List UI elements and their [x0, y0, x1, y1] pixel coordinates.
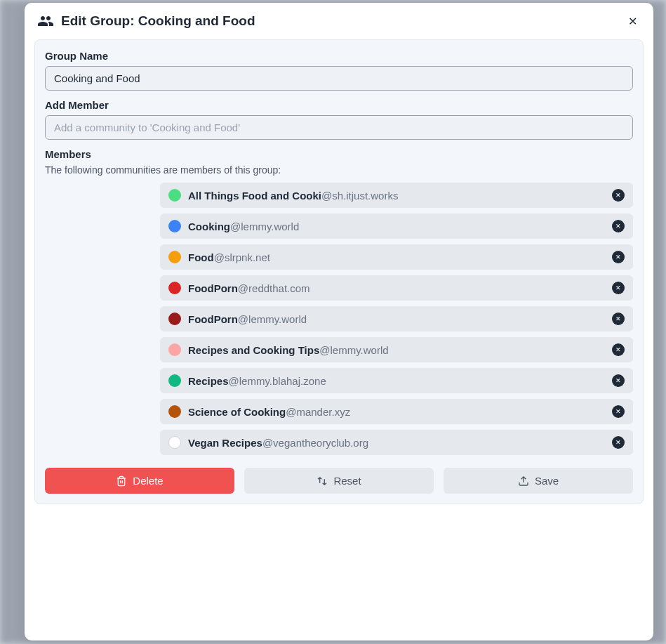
member-label: Recipes and Cooking Tips@lemmy.world	[188, 344, 605, 356]
member-row: Cooking@lemmy.world✕	[160, 213, 633, 239]
member-label: Vegan Recipes@vegantheoryclub.org	[188, 437, 605, 449]
upload-icon	[518, 475, 529, 487]
member-name: Food	[188, 251, 214, 263]
member-name: FoodPorn	[188, 313, 238, 325]
remove-member-button[interactable]: ✕	[612, 220, 625, 232]
remove-member-button[interactable]: ✕	[612, 251, 625, 263]
member-name: FoodPorn	[188, 282, 238, 294]
member-name: Science of Cooking	[188, 406, 286, 418]
add-member-input[interactable]	[45, 115, 633, 140]
remove-icon: ✕	[615, 377, 621, 384]
remove-icon: ✕	[615, 315, 621, 322]
member-row: FoodPorn@lemmy.world✕	[160, 306, 633, 331]
remove-icon: ✕	[615, 223, 621, 230]
member-row: FoodPorn@reddthat.com✕	[160, 275, 633, 301]
remove-member-button[interactable]: ✕	[612, 313, 625, 325]
member-label: Science of Cooking@mander.xyz	[188, 406, 605, 418]
member-instance: @slrpnk.net	[214, 251, 270, 263]
member-label: Cooking@lemmy.world	[188, 221, 605, 232]
save-button[interactable]: Save	[444, 468, 633, 494]
member-label: Recipes@lemmy.blahaj.zone	[188, 375, 605, 387]
remove-icon: ✕	[615, 439, 621, 446]
members-helper: The following communities are members of…	[45, 164, 633, 176]
community-avatar	[168, 189, 181, 202]
member-label: Food@slrpnk.net	[188, 251, 605, 263]
reset-icon	[317, 475, 328, 487]
close-button[interactable]: ✕	[624, 13, 641, 29]
member-label: All Things Food and Cooki@sh.itjust.work…	[188, 190, 605, 202]
action-row: Delete Reset Save	[45, 468, 633, 494]
delete-button[interactable]: Delete	[45, 468, 234, 494]
member-instance: @vegantheoryclub.org	[262, 437, 368, 449]
member-instance: @lemmy.world	[238, 313, 307, 325]
community-avatar	[168, 282, 181, 294]
member-row: Recipes@lemmy.blahaj.zone✕	[160, 368, 633, 393]
member-name: Recipes and Cooking Tips	[188, 344, 319, 356]
remove-member-button[interactable]: ✕	[612, 343, 625, 356]
member-row: Recipes and Cooking Tips@lemmy.world✕	[160, 337, 633, 362]
member-instance: @reddthat.com	[238, 282, 310, 294]
member-row: Science of Cooking@mander.xyz✕	[160, 399, 633, 424]
community-avatar	[168, 343, 181, 356]
member-label: FoodPorn@lemmy.world	[188, 313, 605, 325]
member-row: Food@slrpnk.net✕	[160, 244, 633, 270]
community-avatar	[168, 405, 181, 418]
reset-button[interactable]: Reset	[244, 468, 434, 494]
community-avatar	[168, 374, 181, 387]
remove-member-button[interactable]: ✕	[612, 282, 625, 294]
member-instance: @sh.itjust.works	[321, 190, 398, 202]
modal-header: Edit Group: Cooking and Food ✕	[25, 3, 653, 39]
community-avatar	[168, 313, 181, 325]
member-label: FoodPorn@reddthat.com	[188, 282, 605, 294]
group-name-label: Group Name	[45, 50, 633, 62]
group-icon	[37, 13, 54, 29]
add-member-label: Add Member	[45, 99, 633, 111]
community-avatar	[168, 436, 181, 449]
modal-body: Group Name Add Member Members The follow…	[34, 39, 644, 504]
reset-label: Reset	[333, 475, 361, 487]
member-name: Recipes	[188, 375, 229, 387]
member-instance: @lemmy.world	[319, 344, 388, 356]
remove-member-button[interactable]: ✕	[612, 405, 625, 418]
member-name: All Things Food and Cooki	[188, 190, 321, 202]
group-name-input[interactable]	[45, 66, 633, 91]
trash-icon	[116, 475, 127, 487]
remove-icon: ✕	[615, 254, 621, 261]
member-row: Vegan Recipes@vegantheoryclub.org✕	[160, 430, 633, 455]
delete-label: Delete	[133, 475, 163, 487]
member-name: Cooking	[188, 221, 230, 232]
members-label: Members	[45, 148, 633, 160]
remove-member-button[interactable]: ✕	[612, 189, 625, 202]
member-name: Vegan Recipes	[188, 437, 262, 449]
modal-title: Edit Group: Cooking and Food	[61, 13, 617, 29]
member-row: All Things Food and Cooki@sh.itjust.work…	[160, 183, 633, 208]
remove-member-button[interactable]: ✕	[612, 436, 625, 449]
community-avatar	[168, 251, 181, 263]
close-icon: ✕	[628, 15, 637, 28]
remove-icon: ✕	[615, 346, 621, 353]
edit-group-modal: Edit Group: Cooking and Food ✕ Group Nam…	[25, 3, 653, 640]
community-avatar	[168, 220, 181, 232]
remove-icon: ✕	[615, 192, 621, 199]
save-label: Save	[535, 475, 559, 487]
remove-icon: ✕	[615, 284, 621, 291]
remove-icon: ✕	[615, 408, 621, 415]
remove-member-button[interactable]: ✕	[612, 374, 625, 387]
member-instance: @lemmy.blahaj.zone	[229, 375, 326, 387]
member-instance: @mander.xyz	[286, 406, 350, 418]
member-instance: @lemmy.world	[230, 221, 299, 232]
members-list: All Things Food and Cooki@sh.itjust.work…	[45, 183, 633, 455]
